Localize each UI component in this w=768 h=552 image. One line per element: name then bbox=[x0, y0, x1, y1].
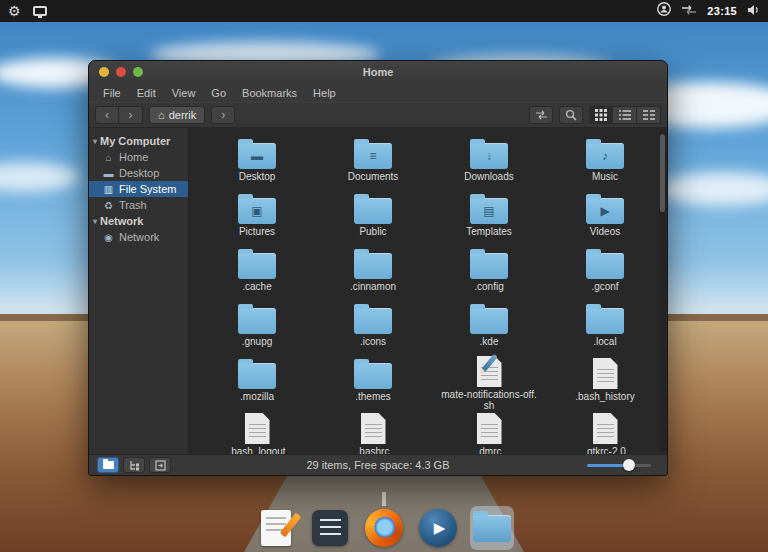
file-item-dot-bash_history[interactable]: .bash_history bbox=[547, 356, 663, 411]
minimize-button[interactable] bbox=[99, 67, 109, 77]
sidebar-section-network[interactable]: Network bbox=[89, 213, 188, 229]
network-icon: ◉ bbox=[103, 232, 114, 243]
folder-icon bbox=[470, 253, 508, 279]
panel-clock[interactable]: 23:15 bbox=[707, 5, 737, 17]
file-label: .cinnamon bbox=[350, 281, 396, 292]
zoom-knob[interactable] bbox=[623, 459, 635, 471]
folder-icon bbox=[238, 363, 276, 389]
file-manager-window: Home FileEditViewGoBookmarksHelp ‹ › der… bbox=[88, 60, 668, 476]
window-titlebar[interactable]: Home bbox=[89, 61, 667, 83]
folder-icon: ▬ bbox=[238, 143, 276, 169]
dock-item-text-editor[interactable] bbox=[254, 506, 298, 550]
search-icon[interactable] bbox=[559, 106, 583, 124]
sidebar-item-label: Trash bbox=[119, 199, 147, 211]
file-item-mate-notifications-off.sh[interactable]: mate-notifications-off.sh bbox=[431, 356, 547, 411]
file-label: .bashrc bbox=[357, 446, 390, 454]
places-icon bbox=[103, 461, 114, 469]
menu-help[interactable]: Help bbox=[305, 87, 344, 99]
file-item-dot-gconf[interactable]: .gconf bbox=[547, 246, 663, 301]
back-button[interactable]: ‹ bbox=[95, 106, 119, 124]
download-emblem-icon: ↓ bbox=[470, 143, 508, 169]
file-item-Pictures[interactable]: ▣Pictures bbox=[199, 191, 315, 246]
menu-edit[interactable]: Edit bbox=[129, 87, 164, 99]
text-file-icon bbox=[593, 413, 618, 444]
file-item-dot-gnupg[interactable]: .gnupg bbox=[199, 301, 315, 356]
file-item-Videos[interactable]: ▶Videos bbox=[547, 191, 663, 246]
maximize-button[interactable] bbox=[133, 67, 143, 77]
forward-button[interactable]: › bbox=[119, 106, 143, 124]
file-icon-wrap: ♪ bbox=[586, 136, 624, 169]
dock-item-task-list[interactable] bbox=[308, 506, 352, 550]
file-item-dot-bashrc[interactable]: .bashrc bbox=[315, 411, 431, 454]
file-item-Documents[interactable]: ≡Documents bbox=[315, 136, 431, 191]
file-label: Public bbox=[359, 226, 386, 237]
sidebar-item-desktop[interactable]: ▬Desktop bbox=[89, 165, 188, 181]
file-item-dot-cache[interactable]: .cache bbox=[199, 246, 315, 301]
file-label: Downloads bbox=[464, 171, 513, 182]
show-places-button[interactable] bbox=[97, 457, 119, 473]
file-item-dot-cinnamon[interactable]: .cinnamon bbox=[315, 246, 431, 301]
file-item-dot-local[interactable]: .local bbox=[547, 301, 663, 356]
file-label: .config bbox=[474, 281, 503, 292]
icon-view-icon[interactable] bbox=[589, 106, 613, 124]
status-text: 29 items, Free space: 4.3 GB bbox=[89, 459, 667, 471]
show-hidden-button[interactable] bbox=[149, 457, 171, 473]
toggle-location-icon[interactable] bbox=[529, 106, 553, 124]
file-item-Music[interactable]: ♪Music bbox=[547, 136, 663, 191]
status-bar: 29 items, Free space: 4.3 GB bbox=[89, 454, 667, 475]
sidebar-section-my-computer[interactable]: My Computer bbox=[89, 133, 188, 149]
file-item-dot-gtkrc-2.0[interactable]: .gtkrc-2.0 bbox=[547, 411, 663, 454]
file-icon-wrap bbox=[238, 301, 276, 334]
file-item-Desktop[interactable]: ▬Desktop bbox=[199, 136, 315, 191]
trash-icon: ♻ bbox=[103, 200, 114, 211]
menu-go[interactable]: Go bbox=[203, 87, 234, 99]
zoom-slider[interactable] bbox=[587, 457, 659, 473]
user-icon[interactable] bbox=[657, 2, 671, 20]
sidebar-item-label: Home bbox=[119, 151, 148, 163]
sidebar-item-network[interactable]: ◉Network bbox=[89, 229, 188, 245]
menu-bookmarks[interactable]: Bookmarks bbox=[234, 87, 305, 99]
file-icon-wrap bbox=[354, 356, 392, 389]
file-label: .dmrc bbox=[477, 446, 502, 454]
sidebar-item-trash[interactable]: ♻Trash bbox=[89, 197, 188, 213]
file-item-Public[interactable]: Public bbox=[315, 191, 431, 246]
vertical-scrollbar[interactable] bbox=[659, 130, 666, 452]
dock-item-media-player[interactable] bbox=[416, 506, 460, 550]
file-icon-wrap: ▬ bbox=[238, 136, 276, 169]
file-item-dot-themes[interactable]: .themes bbox=[315, 356, 431, 411]
breadcrumb[interactable]: derrik bbox=[149, 106, 205, 124]
menu-file[interactable]: File bbox=[95, 87, 129, 99]
file-icon-wrap bbox=[586, 246, 624, 279]
file-label: .icons bbox=[360, 336, 386, 347]
file-icon-wrap: ▤ bbox=[470, 191, 508, 224]
scrollbar-thumb[interactable] bbox=[660, 134, 665, 212]
file-icon-wrap bbox=[470, 246, 508, 279]
dock-item-file-manager[interactable] bbox=[470, 506, 514, 550]
cloud bbox=[658, 172, 768, 206]
settings-icon[interactable]: ⚙ bbox=[8, 4, 21, 18]
volume-icon[interactable] bbox=[747, 2, 760, 20]
file-item-dot-dmrc[interactable]: .dmrc bbox=[431, 411, 547, 454]
sidebar-item-home[interactable]: ⌂Home bbox=[89, 149, 188, 165]
close-button[interactable] bbox=[116, 67, 126, 77]
menu-view[interactable]: View bbox=[164, 87, 204, 99]
files-area[interactable]: ▬Desktop≡Documents↓Downloads♪Music▣Pictu… bbox=[189, 128, 667, 454]
file-item-dot-icons[interactable]: .icons bbox=[315, 301, 431, 356]
breadcrumb-next-button[interactable]: › bbox=[211, 106, 235, 124]
show-treeview-button[interactable] bbox=[123, 457, 145, 473]
file-item-dot-kde[interactable]: .kde bbox=[431, 301, 547, 356]
dock-item-firefox[interactable] bbox=[362, 506, 406, 550]
network-icon[interactable] bbox=[681, 2, 697, 20]
folder-icon bbox=[354, 363, 392, 389]
compact-view-icon[interactable] bbox=[637, 106, 661, 124]
sidebar-item-file-system[interactable]: ▥File System bbox=[89, 181, 188, 197]
file-label: mate-notifications-off.sh bbox=[439, 389, 539, 411]
list-view-icon[interactable] bbox=[613, 106, 637, 124]
file-item-dot-bash_logout[interactable]: .bash_logout bbox=[199, 411, 315, 454]
file-item-dot-mozilla[interactable]: .mozilla bbox=[199, 356, 315, 411]
home-icon: ⌂ bbox=[103, 152, 114, 163]
display-icon[interactable] bbox=[33, 6, 47, 16]
file-item-Downloads[interactable]: ↓Downloads bbox=[431, 136, 547, 191]
file-item-Templates[interactable]: ▤Templates bbox=[431, 191, 547, 246]
file-item-dot-config[interactable]: .config bbox=[431, 246, 547, 301]
